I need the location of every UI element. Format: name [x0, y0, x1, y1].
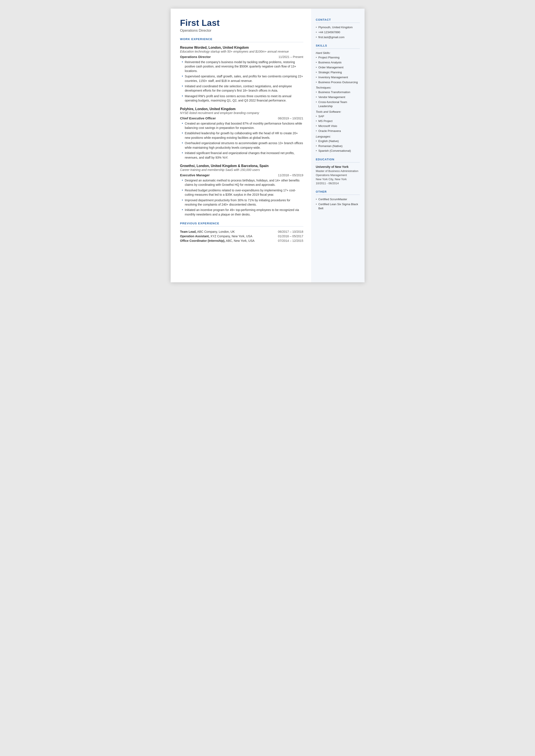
company-bold-1: Resume Worded,: [180, 46, 208, 49]
bullet-1-4: Managed RW's profit and loss centers acr…: [182, 94, 303, 103]
edu-field: Operations Management: [316, 174, 347, 177]
techniques-label: Techniques:: [316, 86, 360, 89]
technique-crossfunctional: Cross-functional Team Leadership: [316, 100, 360, 108]
prev-exp-bold-3: Office Coordinator (Internship),: [180, 239, 225, 242]
bullet-1-3: Initiated and coordinated the site selec…: [182, 84, 303, 93]
work-entry-1: Resume Worded, London, United Kingdom Ed…: [180, 46, 303, 103]
company-bold-2: Polyhire,: [180, 107, 194, 111]
left-column: First Last Operations Director WORK EXPE…: [171, 9, 311, 282]
prev-exp-row-3: Office Coordinator (Internship), ABC, Ne…: [180, 239, 303, 242]
prev-exp-dates-1: 06/2017 – 10/2018: [278, 230, 303, 234]
company-tagline-3: Career training and membership SaaS with…: [180, 168, 303, 172]
prev-exp-rest-1: ABC Company, London, UK: [196, 230, 235, 234]
contact-email: first.last@gmail.com: [316, 35, 360, 40]
company-name-2: Polyhire, London, United Kingdom: [180, 107, 303, 111]
work-entry-2: Polyhire, London, United Kingdom NYSE-li…: [180, 107, 303, 160]
work-entry-3: Growthsi, London, United Kingdom & Barce…: [180, 164, 303, 216]
bullet-2-2: Established leadership for growth by col…: [182, 131, 303, 140]
prev-exp-dates-2: 01/2016 – 05/2017: [278, 235, 303, 238]
bullet-3-2: Resolved budget problems related to over…: [182, 188, 303, 197]
contact-location: Plymouth, United Kingdom: [316, 25, 360, 30]
bullet-1-1: Reinvented the company's business model …: [182, 60, 303, 73]
bullet-2-1: Created an operational policy that boost…: [182, 121, 303, 130]
skills-section: SKILLS Hard Skills: Project Planning Bus…: [316, 44, 360, 153]
skill-order-management: Order Management: [316, 66, 360, 70]
prev-exp-bold-2: Operation Assistant,: [180, 235, 210, 238]
prev-exp-title-3: Office Coordinator (Internship), ABC, Ne…: [180, 239, 255, 242]
bullet-list-2: Created an operational policy that boost…: [180, 121, 303, 160]
bullet-1-2: Supervised operations, staff growth, sal…: [182, 74, 303, 83]
skill-project-planning: Project Planning: [316, 56, 360, 60]
company-rest-3: London, United Kingdom & Barcelona, Spai…: [196, 164, 269, 168]
role-row-1: Operations Director 11/2021 – Present: [180, 55, 303, 59]
work-experience-title: WORK EXPERIENCE: [180, 38, 303, 41]
bullet-3-4: Initiated an incentive program for 49+ t…: [182, 208, 303, 216]
edu-institution: University of New York: [316, 165, 360, 169]
lang-spanish: Spanish (Conversational): [316, 149, 360, 153]
tool-ms-visio: Microsoft Visio: [316, 124, 360, 128]
company-rest-1: London, United Kingdom: [208, 46, 249, 49]
right-column: CONTACT Plymouth, United Kingdom +44 123…: [311, 9, 365, 282]
company-rest-2: London, United Kingdom: [194, 107, 236, 111]
company-name-3: Growthsi, London, United Kingdom & Barce…: [180, 164, 303, 168]
other-scrummaster: Certified ScrumMaster: [316, 197, 360, 202]
languages-label: Languages:: [316, 135, 360, 138]
edu-location: New York City, New York: [316, 178, 347, 181]
lang-romanian: Romanian (Native): [316, 144, 360, 148]
role-dates-2: 06/2019 – 10/2021: [278, 117, 303, 120]
skills-title: SKILLS: [316, 44, 360, 47]
bullet-2-4: Initiated significant financial and orga…: [182, 151, 303, 160]
company-name-1: Resume Worded, London, United Kingdom: [180, 46, 303, 49]
role-dates-3: 11/2018 – 05/2019: [278, 174, 303, 177]
prev-exp-dates-3: 07/2014 – 12/2015: [278, 239, 303, 242]
name-block: First Last Operations Director: [180, 18, 303, 33]
contact-phone: +44 1234567890: [316, 30, 360, 35]
tool-sap: SAP: [316, 114, 360, 119]
other-section: OTHER Certified ScrumMaster Certified Le…: [316, 190, 360, 210]
candidate-name: First Last: [180, 18, 303, 28]
prev-exp-title-2: Operation Assistant, XYZ Company, New Yo…: [180, 235, 253, 238]
tools-label: Tools and Software:: [316, 110, 360, 113]
role-title-1: Operations Director: [180, 55, 211, 59]
edu-dates: 10/2011 - 06/2014: [316, 182, 339, 185]
prev-exp-row-2: Operation Assistant, XYZ Company, New Yo…: [180, 235, 303, 238]
technique-vendor-management: Vendor Management: [316, 95, 360, 99]
previous-experience-title: PREVIOUS EXPERIENCE: [180, 222, 303, 225]
bullet-3-3: Improved department productivity from 30…: [182, 198, 303, 207]
resume-page: First Last Operations Director WORK EXPE…: [171, 9, 365, 282]
tool-ms-project: MS Project: [316, 119, 360, 123]
company-tagline-1: Education technology startup with 50+ em…: [180, 50, 303, 53]
prev-exp-row-1: Team Lead, ABC Company, London, UK 06/20…: [180, 230, 303, 234]
technique-business-transformation: Business Transformation: [316, 90, 360, 95]
hard-skills-label: Hard Skills:: [316, 51, 360, 55]
job-title: Operations Director: [180, 28, 303, 33]
education-title: EDUCATION: [316, 158, 360, 161]
prev-exp-rest-2: XYZ Company, New York, USA: [210, 235, 252, 238]
bullet-list-3: Designed an automatic method to process …: [180, 178, 303, 216]
prev-exp-bold-1: Team Lead,: [180, 230, 196, 234]
prev-exp-title-1: Team Lead, ABC Company, London, UK: [180, 230, 235, 234]
skill-business-analysis: Business Analysis: [316, 61, 360, 65]
role-title-2: Chief Executive Officer: [180, 116, 216, 120]
prev-exp-rest-3: ABC, New York, USA: [225, 239, 254, 242]
previous-experience-section: PREVIOUS EXPERIENCE Team Lead, ABC Compa…: [180, 222, 303, 242]
skill-strategic-planning: Strategic Planning: [316, 70, 360, 74]
skill-inventory-management: Inventory Management: [316, 75, 360, 79]
other-lean-six-sigma: Certified Lean Six Sigma Black Belt: [316, 202, 360, 210]
contact-title: CONTACT: [316, 18, 360, 21]
contact-section: CONTACT Plymouth, United Kingdom +44 123…: [316, 18, 360, 39]
edu-degree-text: Master of Business Administration: [316, 169, 358, 173]
role-dates-1: 11/2021 – Present: [278, 55, 303, 59]
bullet-list-1: Reinvented the company's business model …: [180, 60, 303, 103]
edu-degree: Master of Business Administration Operat…: [316, 169, 360, 185]
tool-oracle: Oracle Primavera: [316, 129, 360, 133]
work-experience-section: WORK EXPERIENCE Resume Worded, London, U…: [180, 38, 303, 216]
role-row-3: Executive Manager 11/2018 – 05/2019: [180, 173, 303, 177]
education-section: EDUCATION University of New York Master …: [316, 158, 360, 185]
role-row-2: Chief Executive Officer 06/2019 – 10/202…: [180, 116, 303, 120]
company-bold-3: Growthsi,: [180, 164, 196, 168]
other-title: OTHER: [316, 190, 360, 193]
company-tagline-2: NYSE-listed recruitment and employer bra…: [180, 111, 303, 115]
skills-divider: [316, 48, 360, 49]
role-title-3: Executive Manager: [180, 173, 210, 177]
